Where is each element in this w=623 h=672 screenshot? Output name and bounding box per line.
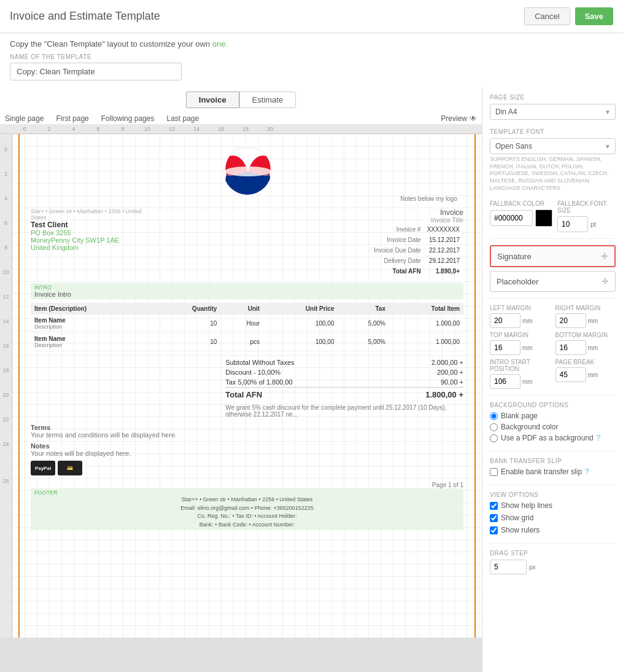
intro-label: INTRO (34, 284, 460, 291)
table-row: Invoice Date 15.12.2017 (371, 235, 462, 244)
invoice-subtitle: Invoice Title (370, 217, 463, 224)
bg-color-option[interactable]: Background color (490, 423, 616, 431)
color-swatch[interactable] (535, 209, 552, 227)
sub-header: Copy the "Clean Template" layout to cust… (0, 33, 623, 87)
table-row: Invoice # XXXXXXXX (371, 225, 462, 234)
totals-section: Subtotal Without Taxes 2.000,00 + Discou… (31, 357, 463, 418)
help-icon-bg: ? (597, 434, 601, 442)
page-break-input[interactable] (555, 367, 586, 382)
table-row: Item NameDescription 10 pcs 100,00 5,00%… (31, 333, 463, 351)
intro-start-label: INTRO START POSITION (490, 359, 551, 372)
logo-section: Notes below my logo (31, 146, 463, 202)
page-size-select[interactable]: Din A4 (490, 104, 616, 120)
view-options-label: VIEW OPTIONS (490, 491, 616, 498)
bg-pdf-radio[interactable] (490, 434, 498, 442)
table-row: Total AFN 1.890,0+ (371, 267, 462, 276)
drag-icon-placeholder[interactable]: ✛ (602, 276, 609, 286)
top-margin-input[interactable] (490, 340, 520, 355)
bg-pdf-option[interactable]: Use a PDF as a background ? (490, 434, 616, 442)
subtitle-link[interactable]: one. (212, 39, 228, 49)
tab-bar: Invoice Estimate (0, 87, 482, 113)
discount-row: Discount - 10,00% 200,00 + (225, 367, 463, 377)
show-rulers-checkbox[interactable] (490, 526, 498, 534)
bg-color-radio[interactable] (490, 423, 498, 431)
font-select[interactable]: Open Sans (490, 138, 616, 154)
intro-start-input[interactable] (490, 374, 520, 389)
last-page-label: Last page (166, 114, 199, 123)
placeholder-element[interactable]: Placeholder ✛ (490, 271, 616, 292)
drag-icon[interactable]: ✛ (601, 251, 608, 261)
preview-label[interactable]: Preview 👁 (441, 114, 477, 123)
cancel-button[interactable]: Cancel (524, 7, 570, 25)
bottom-margin-input[interactable] (555, 340, 586, 355)
logo-note: Notes below my logo (31, 195, 457, 202)
client-address1: PO Box 3255 (31, 229, 153, 236)
page-size-section: PAGE SIZE Din A4 (490, 94, 616, 120)
margin-row-lr: LEFT MARGIN mm RIGHT MARGIN mm (490, 305, 616, 328)
footer-section: FOOTER Star++ • Green str • Manhattan • … (31, 488, 463, 530)
show-rulers-item[interactable]: Show rulers (490, 526, 616, 534)
col-price: Unit Price (263, 303, 338, 315)
font-description: SUPPORTS ENGLISH, GERMAN, SPANISH, FRENC… (490, 156, 616, 192)
fallback-color-input[interactable] (490, 210, 533, 226)
invoice-header: Star+ • Green str • Manhattan • 2256 • U… (31, 208, 463, 277)
col-total: Total Item (389, 303, 463, 315)
intro-start-unit: mm (522, 378, 533, 385)
terms-section: Terms Your terms and conditions will be … (31, 424, 463, 475)
page-break-unit: mm (588, 372, 598, 378)
invoice-details: Invoice Invoice Title Invoice # XXXXXXXX (370, 208, 463, 277)
table-row: Invoice Due Date 22.12.2017 (371, 246, 462, 255)
drag-step-unit: px (529, 564, 536, 571)
bottom-margin-unit: mm (588, 345, 598, 351)
payment-icons: PayPal 💳 (31, 461, 463, 475)
page-break-label: PAGE BREAK (555, 359, 616, 365)
template-name-input[interactable] (10, 63, 182, 80)
view-checkbox-group: Show help lines Show grid Show rulers (490, 501, 616, 534)
single-page-label: Single page (5, 114, 44, 123)
show-help-lines-item[interactable]: Show help lines (490, 501, 616, 510)
bg-blank-radio[interactable] (490, 412, 498, 420)
canvas-area: 0 2 4 6 8 10 12 14 16 18 20 (0, 124, 482, 672)
template-name-section: NAME OF THE TEMPLATE (10, 53, 613, 80)
show-grid-checkbox[interactable] (490, 514, 498, 522)
template-font-section: TEMPLATE FONT Open Sans SUPPORTS ENGLISH… (490, 128, 616, 192)
right-margin-input[interactable] (555, 313, 586, 328)
fallback-color-label: FALLBACK COLOR (490, 200, 552, 207)
terms-text: Your terms and conditions will be displa… (31, 431, 463, 439)
bank-transfer-checkbox-item[interactable]: Enable bank transfer slip ? (490, 467, 616, 476)
drag-step-input[interactable] (490, 560, 527, 574)
intro-text: Invoice Intro (34, 291, 460, 298)
footer-label: FOOTER (34, 490, 460, 496)
fallback-font-size-input[interactable] (557, 216, 588, 232)
left-margin-line (18, 134, 20, 638)
font-select-wrapper: Open Sans (490, 138, 616, 154)
intro-section: INTRO Invoice Intro (31, 283, 463, 299)
save-button[interactable]: Save (575, 7, 613, 25)
client-name: Test Client (31, 221, 153, 229)
tab-estimate[interactable]: Estimate (239, 92, 296, 108)
show-grid-item[interactable]: Show grid (490, 514, 616, 522)
bg-blank-option[interactable]: Blank page (490, 412, 616, 420)
discount-note: We grant 5% cash discount for the comple… (225, 404, 463, 418)
client-country: United Kingdom (31, 244, 153, 251)
tab-invoice[interactable]: Invoice (186, 92, 239, 108)
tax-row: Tax 5,00% of 1.800,00 90,00 + (225, 377, 463, 387)
right-margin-label: RIGHT MARGIN (555, 305, 616, 311)
page-size-select-wrapper: Din A4 (490, 104, 616, 120)
signature-element[interactable]: Signature ✛ (490, 245, 616, 267)
card-icon: 💳 (58, 461, 82, 475)
canvas-wrapper: 0 2 4 6 8 10 12 14 16 18 20 22 24 26 (0, 134, 482, 638)
left-margin-label: LEFT MARGIN (490, 305, 551, 311)
bg-options-label: BACKGROUND OPTIONS (490, 402, 616, 408)
invoice-title-label: Invoice (370, 208, 463, 217)
client-address2: MoneyPenny City SW1P 1AE (31, 236, 153, 244)
terms-title: Terms (31, 424, 463, 431)
show-help-lines-checkbox[interactable] (490, 502, 498, 510)
page-size-label: PAGE SIZE (490, 94, 616, 101)
page-title: Invoice and Estimate Template (10, 10, 160, 23)
subtotal-row: Subtotal Without Taxes 2.000,00 + (225, 357, 463, 367)
right-margin-unit: mm (588, 318, 598, 324)
company-logo (223, 146, 272, 195)
bank-transfer-checkbox[interactable] (490, 468, 498, 476)
left-margin-input[interactable] (490, 313, 520, 328)
